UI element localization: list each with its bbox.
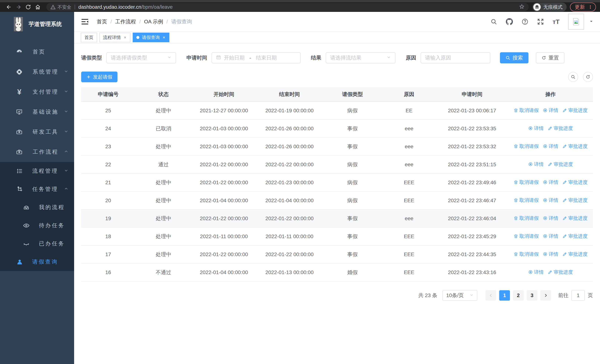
table-row[interactable]: 20处理中2022-01-04 00:00:002022-01-04 00:00…: [81, 191, 593, 209]
page-button-2[interactable]: 2: [513, 290, 524, 301]
view-icon: [543, 198, 548, 203]
table-row[interactable]: 21处理中2022-01-22 00:00:002022-01-23 00:00…: [81, 173, 593, 191]
sidebar-item-workflow[interactable]: 工作流程: [0, 142, 74, 162]
view-icon: [528, 270, 533, 274]
avatar[interactable]: [568, 14, 584, 30]
cell-start: 2021-12-27 00:00:00: [192, 102, 256, 120]
search-icon: [571, 75, 576, 79]
close-icon[interactable]: [162, 36, 166, 39]
action-progress-link[interactable]: 审批进度: [562, 197, 588, 204]
sidebar-item-task-management[interactable]: 任务管理: [0, 180, 74, 198]
sidebar-item-todo-tasks[interactable]: 待办任务: [0, 216, 74, 235]
table-row[interactable]: 22通过2022-01-22 00:00:002022-01-22 00:00:…: [81, 156, 593, 173]
sidebar-item-process-management[interactable]: 流程管理: [0, 162, 74, 180]
leave-type-select[interactable]: 请选择请假类型: [106, 52, 176, 63]
table-row[interactable]: 24已取消2022-01-03 00:00:002022-01-26 00:00…: [81, 120, 593, 138]
apply-time-range-picker[interactable]: 开始日期 - 结束日期: [212, 52, 300, 63]
action-progress-link[interactable]: 审批进度: [562, 107, 588, 114]
browser-back-button[interactable]: [4, 3, 14, 11]
browser-update-button[interactable]: 更新: [570, 3, 596, 11]
action-detail-link[interactable]: 详情: [543, 197, 558, 204]
sidebar-item-done-tasks[interactable]: 已办任务: [0, 235, 74, 253]
action-detail-link[interactable]: 详情: [528, 269, 544, 275]
close-icon[interactable]: [123, 36, 127, 39]
table-row[interactable]: 17处理中2022-01-22 00:00:002022-01-22 00:00…: [81, 245, 593, 263]
action-detail-link[interactable]: 详情: [543, 251, 558, 257]
tab-leave-query[interactable]: 请假查询: [133, 33, 169, 42]
action-cancel-link[interactable]: 取消请假: [514, 179, 539, 186]
search-icon[interactable]: [490, 18, 497, 25]
browser-reload-button[interactable]: [23, 3, 33, 11]
action-detail-link[interactable]: 详情: [543, 143, 558, 149]
sidebar-item-dev-tools[interactable]: 研发工具: [0, 122, 74, 142]
help-icon[interactable]: [521, 18, 528, 25]
action-progress-link[interactable]: 审批进度: [562, 215, 588, 222]
action-progress-link[interactable]: 审批进度: [562, 233, 588, 239]
browser-menu-dots-icon[interactable]: [588, 5, 593, 9]
table-row[interactable]: 19处理中2022-01-22 00:00:002022-01-22 00:00…: [81, 209, 593, 227]
action-cancel-link[interactable]: 取消请假: [514, 215, 539, 222]
action-progress-link[interactable]: 审批进度: [548, 269, 573, 275]
sidebar-item-my-process[interactable]: 我的流程: [0, 198, 74, 216]
sidebar-item-infrastructure[interactable]: 基础设施: [0, 102, 74, 122]
tab-process-detail[interactable]: 流程详情: [99, 33, 131, 42]
sidebar-item-system-management[interactable]: 系统管理: [0, 62, 74, 82]
goto-page-input[interactable]: 1: [572, 290, 585, 301]
sidebar-item-home[interactable]: 首页: [0, 42, 74, 62]
action-progress-link[interactable]: 审批进度: [562, 179, 588, 186]
breadcrumb-home[interactable]: 首页: [97, 18, 107, 25]
toggle-search-button[interactable]: [568, 72, 578, 82]
chevron-down-icon[interactable]: [589, 19, 593, 24]
action-cancel-link[interactable]: 取消请假: [514, 143, 539, 149]
create-leave-button[interactable]: 发起请假: [81, 72, 117, 82]
col-apply-id: 申请编号: [81, 87, 135, 102]
view-icon: [543, 108, 548, 113]
edit-pen-icon: [562, 198, 567, 203]
action-detail-link[interactable]: 详情: [543, 215, 558, 222]
browser-forward-button[interactable]: [14, 3, 23, 11]
action-cancel-link[interactable]: 取消请假: [514, 107, 539, 114]
bookmark-star-icon[interactable]: [519, 4, 525, 10]
action-progress-link[interactable]: 审批进度: [562, 251, 588, 257]
prev-page-button[interactable]: [486, 290, 496, 301]
breadcrumb-workflow[interactable]: 工作流程: [115, 18, 136, 25]
action-cancel-link[interactable]: 取消请假: [514, 251, 539, 257]
result-select[interactable]: 请选择流结果: [326, 52, 395, 63]
breadcrumb-oa-example[interactable]: OA 示例: [144, 18, 163, 25]
action-progress-link[interactable]: 审批进度: [562, 143, 588, 149]
chevron-down-icon: [64, 109, 69, 115]
refresh-table-button[interactable]: [583, 72, 593, 82]
action-cancel-link[interactable]: 取消请假: [514, 197, 539, 204]
reason-input[interactable]: 请输入原因: [421, 52, 490, 63]
font-size-icon[interactable]: тT: [553, 18, 560, 25]
next-page-button[interactable]: [540, 290, 551, 301]
action-progress-link[interactable]: 审批进度: [548, 161, 573, 168]
action-detail-link[interactable]: 详情: [543, 179, 558, 186]
table-row[interactable]: 23处理中2022-01-03 00:00:002022-01-26 00:00…: [81, 138, 593, 156]
tab-home[interactable]: 首页: [81, 33, 97, 42]
action-detail-link[interactable]: 详情: [528, 161, 544, 168]
url-bar[interactable]: 不安全 dashboard.yudao.iocoder.cn/bpm/oa/le…: [46, 3, 529, 11]
page-button-3[interactable]: 3: [527, 290, 537, 301]
action-progress-link[interactable]: 审批进度: [548, 125, 573, 131]
sidebar-item-leave-query[interactable]: 请假查询: [0, 253, 74, 271]
table-row[interactable]: 25处理中2021-12-27 00:00:002022-01-19 00:00…: [81, 102, 593, 120]
fullscreen-icon[interactable]: [537, 18, 544, 25]
browser-home-button[interactable]: [33, 3, 43, 11]
leave-table-body: 25处理中2021-12-27 00:00:002022-01-19 00:00…: [81, 102, 593, 281]
action-detail-link[interactable]: 详情: [528, 125, 544, 131]
page-size-select[interactable]: 10条/页: [442, 290, 477, 301]
sidebar-item-payment-management[interactable]: ¥ 支付管理: [0, 82, 74, 102]
page-button-1[interactable]: 1: [499, 290, 510, 301]
table-row[interactable]: 16不通过2022-01-04 00:00:002022-01-13 00:00…: [81, 263, 593, 281]
action-detail-link[interactable]: 详情: [543, 233, 558, 239]
reset-button[interactable]: 重置: [536, 52, 564, 63]
edit-pen-icon: [562, 216, 567, 221]
table-row[interactable]: 18处理中2022-01-11 00:00:002022-01-11 00:00…: [81, 227, 593, 245]
sidebar-collapse-icon[interactable]: [81, 18, 89, 26]
action-cancel-link[interactable]: 取消请假: [514, 233, 539, 239]
action-detail-link[interactable]: 详情: [543, 107, 558, 114]
cell-status: 处理中: [135, 209, 192, 227]
github-icon[interactable]: [506, 18, 513, 25]
search-button[interactable]: 搜索: [500, 52, 528, 63]
